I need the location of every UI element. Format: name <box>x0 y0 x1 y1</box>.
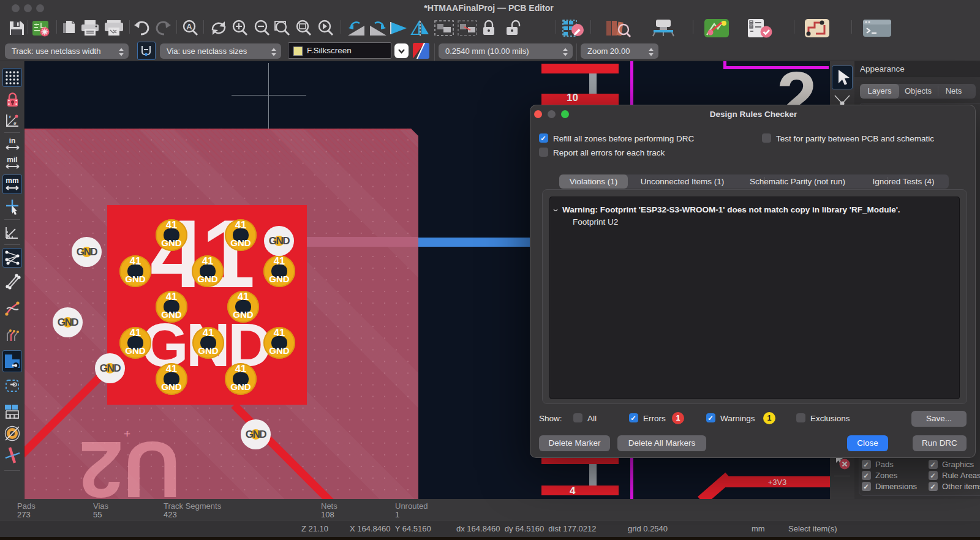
svg-text:θ: θ <box>13 121 17 126</box>
svg-text:A: A <box>186 22 192 31</box>
svg-text:mil: mil <box>7 156 17 164</box>
svg-text:in: in <box>9 137 16 145</box>
svg-text:r: r <box>9 114 11 119</box>
svg-text:mm: mm <box>6 176 18 185</box>
